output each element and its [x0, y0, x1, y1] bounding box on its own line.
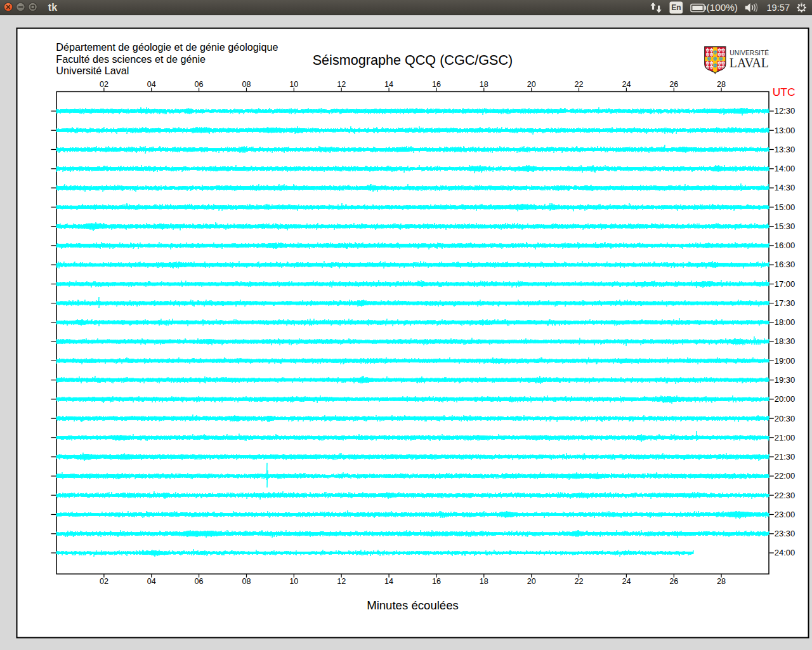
svg-text:16: 16: [432, 80, 441, 89]
svg-text:20:30: 20:30: [775, 414, 796, 423]
svg-text:22: 22: [574, 577, 583, 586]
svg-text:UTC: UTC: [773, 87, 796, 98]
svg-text:02: 02: [100, 80, 108, 89]
svg-text:16: 16: [432, 577, 441, 586]
svg-text:Département de géologie et de: Département de géologie et de génie géol…: [56, 41, 278, 53]
svg-text:17:30: 17:30: [775, 298, 796, 308]
svg-text:22:30: 22:30: [775, 491, 796, 500]
svg-text:19:57: 19:57: [767, 3, 790, 13]
svg-text:10: 10: [289, 80, 298, 89]
svg-text:15:00: 15:00: [775, 202, 796, 212]
svg-text:14: 14: [384, 80, 393, 89]
svg-text:23:30: 23:30: [775, 529, 796, 538]
svg-text:16:30: 16:30: [775, 260, 796, 269]
svg-text:tk: tk: [48, 2, 57, 13]
svg-text:18:00: 18:00: [775, 317, 796, 327]
svg-text:12: 12: [337, 577, 346, 586]
svg-text:Minutes écoulées: Minutes écoulées: [367, 599, 459, 612]
svg-text:Faculté des sciences et de gén: Faculté des sciences et de génie: [56, 53, 206, 65]
svg-text:06: 06: [195, 80, 204, 89]
svg-text:24: 24: [622, 80, 631, 89]
svg-text:13:00: 13:00: [775, 126, 796, 135]
svg-text:20:00: 20:00: [775, 394, 796, 404]
svg-text:21:00: 21:00: [775, 433, 796, 442]
svg-text:06: 06: [195, 577, 204, 586]
svg-text:22: 22: [574, 80, 583, 89]
svg-text:Séismographe QCQ (CGC/GSC): Séismographe QCQ (CGC/GSC): [313, 52, 513, 68]
svg-text:08: 08: [242, 80, 251, 89]
svg-text:22:00: 22:00: [775, 471, 796, 481]
svg-text:20: 20: [527, 80, 536, 89]
svg-text:13:30: 13:30: [775, 145, 796, 154]
svg-text:24:00: 24:00: [775, 548, 796, 557]
svg-text:12:30: 12:30: [775, 106, 796, 116]
svg-text:14: 14: [384, 577, 393, 586]
svg-text:20: 20: [527, 577, 536, 586]
svg-text:(100%): (100%): [707, 2, 738, 13]
svg-text:LAVAL: LAVAL: [730, 55, 769, 70]
svg-text:12: 12: [337, 80, 346, 89]
svg-text:Université Laval: Université Laval: [56, 65, 129, 76]
svg-text:08: 08: [242, 577, 251, 586]
svg-text:24: 24: [622, 577, 631, 586]
svg-text:16:00: 16:00: [775, 241, 796, 250]
svg-text:21:30: 21:30: [775, 452, 796, 461]
svg-text:23:00: 23:00: [775, 510, 796, 519]
svg-text:14:30: 14:30: [775, 183, 796, 192]
svg-text:14:00: 14:00: [775, 164, 796, 173]
svg-text:19:00: 19:00: [775, 356, 796, 366]
svg-text:17:00: 17:00: [775, 279, 796, 289]
svg-text:10: 10: [289, 577, 298, 586]
svg-text:15:30: 15:30: [775, 222, 796, 231]
svg-text:28: 28: [717, 80, 726, 89]
svg-text:04: 04: [147, 80, 156, 89]
svg-text:28: 28: [717, 577, 726, 586]
svg-text:02: 02: [100, 577, 108, 586]
svg-text:04: 04: [147, 577, 156, 586]
svg-text:19:30: 19:30: [775, 375, 796, 385]
svg-text:26: 26: [669, 577, 678, 586]
svg-text:18: 18: [480, 80, 488, 89]
svg-text:En: En: [671, 3, 681, 12]
svg-text:18: 18: [480, 577, 488, 586]
svg-text:26: 26: [669, 80, 678, 89]
svg-text:18:30: 18:30: [775, 336, 796, 346]
